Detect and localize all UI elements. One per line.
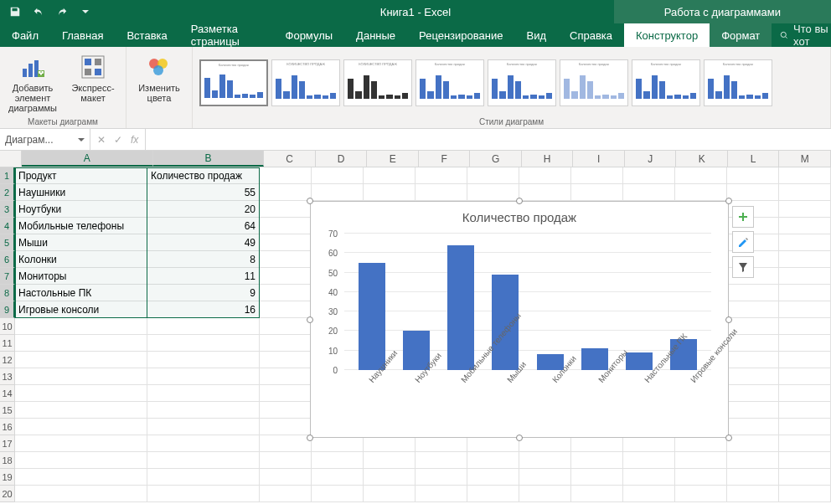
cell[interactable] xyxy=(727,419,779,435)
cancel-icon[interactable]: ✕ xyxy=(97,134,106,146)
col-header-L[interactable]: L xyxy=(728,151,780,167)
cell[interactable] xyxy=(260,402,312,419)
cell[interactable] xyxy=(416,435,467,452)
col-header-G[interactable]: G xyxy=(470,151,522,167)
cell[interactable] xyxy=(364,184,416,201)
fx-icon[interactable]: fx xyxy=(131,134,138,146)
cell[interactable] xyxy=(364,435,416,452)
cell[interactable]: 11 xyxy=(147,268,260,285)
cell[interactable] xyxy=(467,167,519,184)
col-header-J[interactable]: J xyxy=(625,151,677,167)
row-header-8[interactable]: 8 xyxy=(0,285,15,301)
cell[interactable] xyxy=(675,486,727,502)
row-header-11[interactable]: 11 xyxy=(0,335,15,352)
cell[interactable] xyxy=(147,469,260,486)
chart-styles-button[interactable] xyxy=(732,231,754,253)
cell[interactable] xyxy=(147,452,260,469)
cell[interactable] xyxy=(571,486,623,502)
cell[interactable] xyxy=(147,352,260,368)
cell[interactable] xyxy=(779,218,831,234)
change-colors-button[interactable]: Изменить цвета xyxy=(133,52,185,114)
cell[interactable] xyxy=(15,469,147,486)
cell[interactable] xyxy=(260,452,312,469)
cell[interactable] xyxy=(312,452,364,469)
cell[interactable] xyxy=(519,469,571,486)
cell[interactable] xyxy=(312,184,364,201)
row-header-4[interactable]: 4 xyxy=(0,218,15,234)
cell[interactable] xyxy=(779,268,831,285)
row-header-7[interactable]: 7 xyxy=(0,268,15,285)
row-header-18[interactable]: 18 xyxy=(0,452,15,469)
cell[interactable]: Ноутбуки xyxy=(15,201,147,218)
cell[interactable] xyxy=(779,318,831,335)
cell[interactable] xyxy=(15,385,147,402)
cell[interactable]: 16 xyxy=(147,301,260,318)
cell[interactable] xyxy=(260,318,312,335)
cell[interactable] xyxy=(623,486,675,502)
col-header-C[interactable]: C xyxy=(264,151,316,167)
cell[interactable] xyxy=(416,452,467,469)
chart-style-thumb[interactable]: КОЛИЧЕСТВО ПРОДАЖ xyxy=(343,59,412,106)
enter-icon[interactable]: ✓ xyxy=(114,134,122,146)
cell[interactable]: 55 xyxy=(147,184,260,201)
row-header-2[interactable]: 2 xyxy=(0,184,15,201)
row-header-3[interactable]: 3 xyxy=(0,201,15,218)
cell[interactable] xyxy=(779,285,831,301)
row-header-12[interactable]: 12 xyxy=(0,352,15,368)
chart-style-thumb[interactable]: КОЛИЧЕСТВО ПРОДАЖ xyxy=(271,59,340,106)
cell[interactable] xyxy=(15,452,147,469)
cell[interactable] xyxy=(15,486,147,502)
cell[interactable] xyxy=(260,218,312,234)
cell[interactable] xyxy=(779,385,831,402)
cell[interactable] xyxy=(519,435,571,452)
cell[interactable] xyxy=(779,469,831,486)
cell[interactable] xyxy=(416,184,467,201)
cell[interactable] xyxy=(675,435,727,452)
cell[interactable] xyxy=(364,452,416,469)
chart-bar[interactable] xyxy=(359,263,385,370)
undo-icon[interactable] xyxy=(28,3,49,21)
row-header-5[interactable]: 5 xyxy=(0,234,15,251)
cell[interactable] xyxy=(260,486,312,502)
cell[interactable] xyxy=(727,301,779,318)
cell[interactable] xyxy=(571,184,623,201)
cell[interactable]: Настольные ПК xyxy=(15,285,147,301)
formula-input[interactable] xyxy=(146,129,831,150)
cell[interactable] xyxy=(727,352,779,368)
cell[interactable] xyxy=(779,435,831,452)
row-header-1[interactable]: 1 xyxy=(0,167,15,184)
cell[interactable] xyxy=(727,385,779,402)
chart-style-thumb[interactable]: Количество продаж xyxy=(704,59,772,106)
qat-dropdown-icon[interactable] xyxy=(75,3,95,21)
chart-plot-area[interactable] xyxy=(344,234,711,370)
chart-bar[interactable] xyxy=(447,245,474,370)
chart-style-thumb[interactable]: Количество продаж xyxy=(199,59,268,106)
row-header-15[interactable]: 15 xyxy=(0,402,15,419)
col-header-B[interactable]: B xyxy=(153,151,265,167)
add-chart-element-button[interactable]: + Добавить элемент диаграммы xyxy=(7,52,59,114)
cell[interactable] xyxy=(467,452,519,469)
row-header-16[interactable]: 16 xyxy=(0,419,15,435)
cell[interactable] xyxy=(260,368,312,385)
cell[interactable] xyxy=(147,318,260,335)
cell[interactable] xyxy=(364,486,416,502)
tab-file[interactable]: Файл xyxy=(0,23,50,47)
chart-title[interactable]: Количество продаж xyxy=(311,202,728,229)
cell[interactable] xyxy=(467,184,519,201)
cell[interactable] xyxy=(675,167,727,184)
cell[interactable] xyxy=(15,352,147,368)
cell[interactable] xyxy=(260,201,312,218)
cell[interactable] xyxy=(571,167,623,184)
cell[interactable] xyxy=(467,486,519,502)
cell[interactable] xyxy=(623,435,675,452)
cell[interactable] xyxy=(727,184,779,201)
chart-style-thumb[interactable]: Количество продаж xyxy=(416,59,484,106)
cell[interactable] xyxy=(467,435,519,452)
redo-icon[interactable] xyxy=(52,3,72,21)
cell[interactable] xyxy=(779,184,831,201)
cell[interactable] xyxy=(15,402,147,419)
cell[interactable] xyxy=(779,167,831,184)
cell[interactable] xyxy=(364,167,416,184)
tab-help[interactable]: Справка xyxy=(558,23,624,47)
row-header-20[interactable]: 20 xyxy=(0,486,15,502)
